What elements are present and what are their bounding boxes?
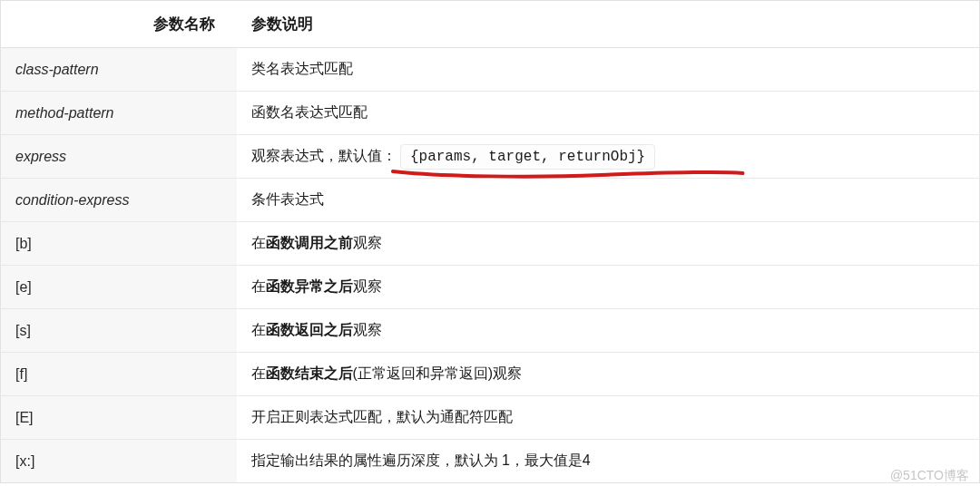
desc-bold: 函数异常之后	[266, 278, 353, 294]
desc-text: 在	[251, 365, 266, 381]
desc-text: 观察	[353, 235, 382, 250]
table-body: class-pattern类名表达式匹配method-pattern函数名表达式…	[1, 48, 980, 483]
param-desc-cell: 条件表达式	[237, 179, 980, 222]
desc-text: 观察	[353, 278, 382, 294]
desc-text: 观察	[353, 322, 382, 337]
param-name-cell: condition-express	[1, 179, 237, 222]
desc-text: 开启正则表达式匹配，默认为通配符匹配	[251, 409, 513, 424]
desc-text: 类名表达式匹配	[251, 61, 353, 76]
param-desc-cell: 函数名表达式匹配	[237, 92, 980, 135]
table-header-row: 参数名称 参数说明	[1, 1, 980, 48]
param-desc-cell: 指定输出结果的属性遍历深度，默认为 1，最大值是4	[237, 440, 980, 483]
param-name: [f]	[15, 366, 27, 382]
header-param-desc: 参数说明	[237, 1, 980, 48]
param-name: [x:]	[15, 453, 34, 469]
param-name-cell: [e]	[1, 266, 237, 309]
table-row: [e]在函数异常之后观察	[1, 266, 980, 309]
desc-text: 函数名表达式匹配	[251, 104, 368, 120]
table-row: [s]在函数返回之后观察	[1, 309, 980, 353]
parameter-table: 参数名称 参数说明 class-pattern类名表达式匹配method-pat…	[0, 0, 980, 483]
table-row: express观察表达式，默认值： {params, target, retur…	[1, 135, 980, 179]
param-name: express	[15, 149, 66, 164]
param-name-cell: [x:]	[1, 440, 237, 483]
param-desc-cell: 观察表达式，默认值： {params, target, returnObj}	[237, 135, 980, 179]
param-desc-cell: 在函数返回之后观察	[237, 309, 980, 353]
desc-bold: 函数调用之前	[266, 235, 353, 250]
param-desc-cell: 在函数结束之后(正常返回和异常返回)观察	[237, 353, 980, 396]
param-name: condition-express	[15, 192, 129, 208]
param-desc-cell: 开启正则表达式匹配，默认为通配符匹配	[237, 396, 980, 440]
desc-text: 在	[251, 278, 266, 294]
param-desc-cell: 在函数异常之后观察	[237, 266, 980, 309]
table-row: method-pattern函数名表达式匹配	[1, 92, 980, 135]
param-desc-cell: 类名表达式匹配	[237, 48, 980, 92]
desc-text: 在	[251, 235, 266, 250]
desc-text: (正常返回和异常返回)观察	[353, 365, 523, 381]
param-name-cell: [E]	[1, 396, 237, 440]
param-name-cell: class-pattern	[1, 48, 237, 92]
desc-text: 指定输出结果的属性遍历深度，默认为 1，最大值是4	[251, 452, 591, 468]
desc-text: 条件表达式	[251, 191, 324, 207]
header-param-name: 参数名称	[1, 1, 237, 48]
param-name: method-pattern	[15, 105, 114, 121]
desc-bold: 函数结束之后	[266, 365, 353, 381]
param-name-cell: [s]	[1, 309, 237, 353]
table-row: [x:]指定输出结果的属性遍历深度，默认为 1，最大值是4	[1, 440, 980, 483]
param-name: [E]	[15, 410, 34, 425]
param-name-cell: [f]	[1, 353, 237, 396]
table-row: [f]在函数结束之后(正常返回和异常返回)观察	[1, 353, 980, 396]
desc-text: 在	[251, 322, 266, 337]
table-row: [b]在函数调用之前观察	[1, 222, 980, 266]
code-snippet: {params, target, returnObj}	[400, 144, 655, 170]
desc-text: 观察表达式，默认值：	[251, 148, 400, 163]
table-row: condition-express条件表达式	[1, 179, 980, 222]
param-name-cell: method-pattern	[1, 92, 237, 135]
table-row: [E]开启正则表达式匹配，默认为通配符匹配	[1, 396, 980, 440]
table-row: class-pattern类名表达式匹配	[1, 48, 980, 92]
param-name-cell: [b]	[1, 222, 237, 266]
param-name: class-pattern	[15, 62, 99, 77]
param-name: [b]	[15, 236, 32, 251]
desc-bold: 函数返回之后	[266, 322, 353, 337]
param-desc-cell: 在函数调用之前观察	[237, 222, 980, 266]
param-name: [e]	[15, 279, 32, 295]
param-name-cell: express	[1, 135, 237, 179]
param-name: [s]	[15, 323, 31, 338]
watermark: @51CTO博客	[890, 468, 969, 484]
